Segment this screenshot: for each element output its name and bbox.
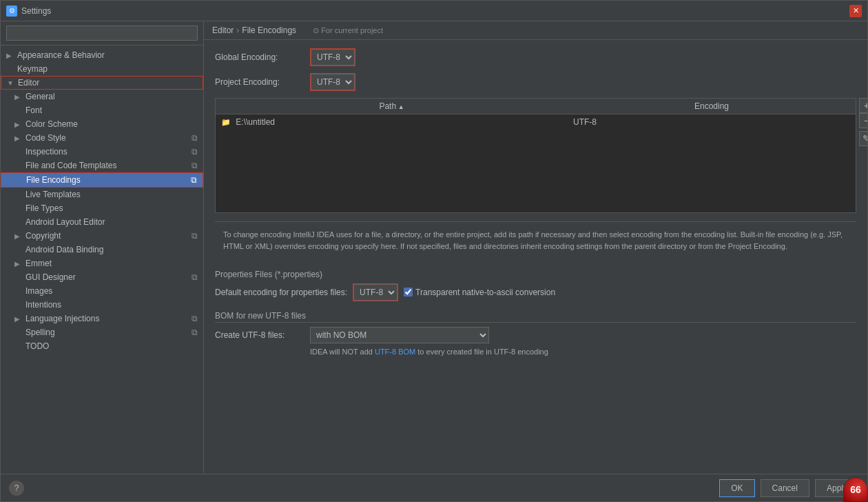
create-utf8-select[interactable]: with NO BOM <box>310 327 489 343</box>
sidebar-item-android-layout-editor[interactable]: Android Layout Editor <box>1 215 203 229</box>
sidebar-item-language-injections[interactable]: ▶ Language Injections ⧉ <box>1 312 203 325</box>
bom-note-prefix: IDEA will NOT add <box>310 348 375 356</box>
copy-icon: ⧉ <box>192 314 198 323</box>
sidebar-item-label: File Encodings <box>26 175 81 185</box>
search-input[interactable] <box>6 26 198 41</box>
sidebar-item-label: Spelling <box>25 328 55 337</box>
expand-arrow: ▶ <box>14 260 23 268</box>
table-side-buttons: + − ✎ <box>859 98 867 146</box>
tray-area: 66 <box>843 477 868 502</box>
tray-badge: 66 <box>843 477 868 502</box>
bom-note: IDEA will NOT add UTF-8 BOM to every cre… <box>310 348 856 356</box>
sidebar-item-label: Intentions <box>25 300 198 310</box>
sidebar-item-inspections[interactable]: Inspections ⧉ <box>1 145 203 159</box>
expand-arrow: ▼ <box>7 79 15 87</box>
sidebar-item-color-scheme[interactable]: ▶ Color Scheme <box>1 117 203 131</box>
sidebar-item-label: Editor <box>18 78 197 88</box>
breadcrumb-separator: › <box>236 26 239 35</box>
sidebar-item-label: Emmet <box>25 259 198 268</box>
properties-section-header: Properties Files (*.properties) <box>215 270 856 279</box>
bom-note-suffix: to every created file in UTF-8 encoding <box>415 348 548 356</box>
edit-path-button[interactable]: ✎ <box>859 131 867 146</box>
description-box: To change encoding IntelliJ IDEA uses fo… <box>215 221 856 260</box>
sidebar-item-label: General <box>25 92 198 101</box>
expand-arrow: ▶ <box>6 52 14 59</box>
props-encoding-row: Default encoding for properties files: U… <box>215 283 856 301</box>
transparent-checkbox[interactable] <box>404 288 413 297</box>
sidebar-item-label: TODO <box>25 341 198 351</box>
table-cell-encoding: UTF-8 <box>568 114 856 130</box>
app-icon: ⚙ <box>6 6 17 17</box>
sidebar-item-keymap[interactable]: Keymap <box>1 62 203 76</box>
window-title: Settings <box>21 6 51 16</box>
expand-arrow: ▶ <box>14 121 23 128</box>
sidebar-item-emmet[interactable]: ▶ Emmet <box>1 257 203 270</box>
global-encoding-select-wrapper: UTF-8 <box>310 48 355 66</box>
copy-icon: ⧉ <box>192 231 198 241</box>
copy-icon: ⧉ <box>192 147 198 157</box>
sidebar-item-label: Language Injections <box>25 314 99 323</box>
ok-button[interactable]: OK <box>719 479 754 497</box>
sidebar-item-general[interactable]: ▶ General <box>1 90 203 103</box>
create-utf8-label: Create UTF-8 files: <box>215 330 304 340</box>
sidebar-item-code-style[interactable]: ▶ Code Style ⧉ <box>1 131 203 145</box>
settings-window: ⚙ Settings ✕ ▶ Appearance & Behavior Key… <box>0 0 868 502</box>
sidebar: ▶ Appearance & Behavior Keymap ▼ Editor … <box>1 21 204 474</box>
add-path-button[interactable]: + <box>859 98 867 113</box>
sidebar-item-label: Font <box>25 106 198 115</box>
close-button[interactable]: ✕ <box>849 5 862 17</box>
breadcrumb-parent: Editor <box>212 26 234 35</box>
sidebar-item-intentions[interactable]: Intentions <box>1 298 203 312</box>
remove-path-button[interactable]: − <box>859 113 867 128</box>
main-panel: Editor › File Encodings ⊙ For current pr… <box>204 21 867 474</box>
table-row[interactable]: 📁 E:\\untitled UTF-8 <box>216 114 856 130</box>
sidebar-item-gui-designer[interactable]: GUI Designer ⧉ <box>1 270 203 284</box>
help-button[interactable]: ? <box>9 481 24 496</box>
sidebar-tree: ▶ Appearance & Behavior Keymap ▼ Editor … <box>1 46 203 474</box>
path-table: Path Encoding 📁 E:\\untitled UTF-8 <box>215 98 856 213</box>
sidebar-item-android-data-binding[interactable]: Android Data Binding <box>1 243 203 257</box>
expand-arrow: ▶ <box>14 93 23 101</box>
bottom-left: ? <box>9 481 24 496</box>
global-encoding-label: Global Encoding: <box>215 52 304 62</box>
expand-arrow: ▶ <box>14 232 23 240</box>
sidebar-item-label: Copyright <box>25 231 61 241</box>
project-encoding-row: Project Encoding: UTF-8 <box>215 73 856 91</box>
sidebar-item-appearance-behavior[interactable]: ▶ Appearance & Behavior <box>1 48 203 62</box>
sidebar-item-font[interactable]: Font <box>1 103 203 117</box>
transparent-label-text: Transparent native-to-ascii conversion <box>415 288 555 297</box>
title-bar-left: ⚙ Settings <box>6 6 51 17</box>
sidebar-item-live-templates[interactable]: Live Templates <box>1 188 203 201</box>
cancel-button[interactable]: Cancel <box>761 479 809 497</box>
default-encoding-select[interactable]: UTF-8 <box>353 284 397 301</box>
copy-icon: ⧉ <box>192 328 198 337</box>
sidebar-item-label: Live Templates <box>25 190 198 199</box>
col-path-header: Path <box>216 99 568 114</box>
table-cell-path: 📁 E:\\untitled <box>216 114 568 130</box>
global-encoding-row: Global Encoding: UTF-8 <box>215 48 856 66</box>
description-text: To change encoding IntelliJ IDEA uses fo… <box>223 230 843 251</box>
for-project-hint: ⊙ For current project <box>313 26 383 35</box>
transparent-checkbox-label: Transparent native-to-ascii conversion <box>404 288 555 297</box>
sidebar-item-spelling[interactable]: Spelling ⧉ <box>1 325 203 339</box>
sidebar-item-label: File and Code Templates <box>25 161 117 170</box>
sidebar-item-images[interactable]: Images <box>1 284 203 298</box>
sidebar-item-label: Keymap <box>17 64 198 74</box>
search-box <box>1 21 203 46</box>
sidebar-item-file-types[interactable]: File Types <box>1 201 203 215</box>
bom-row: Create UTF-8 files: with NO BOM <box>215 327 856 343</box>
copy-icon: ⧉ <box>191 175 197 185</box>
global-encoding-select[interactable]: UTF-8 <box>311 49 355 66</box>
project-encoding-select[interactable]: UTF-8 <box>311 74 355 90</box>
bom-section-header: BOM for new UTF-8 files <box>215 311 856 323</box>
sidebar-item-file-code-templates[interactable]: File and Code Templates ⧉ <box>1 159 203 172</box>
copy-icon: ⧉ <box>192 133 198 143</box>
folder-icon: 📁 <box>221 118 231 126</box>
sidebar-item-file-encodings[interactable]: File Encodings ⧉ <box>1 172 203 188</box>
sidebar-item-label: GUI Designer <box>25 272 76 282</box>
sidebar-item-label: File Types <box>25 203 198 213</box>
sidebar-item-copyright[interactable]: ▶ Copyright ⧉ <box>1 229 203 243</box>
breadcrumb: Editor › File Encodings ⊙ For current pr… <box>204 21 867 40</box>
sidebar-item-editor[interactable]: ▼ Editor <box>1 76 203 90</box>
sidebar-item-todo[interactable]: TODO <box>1 339 203 353</box>
